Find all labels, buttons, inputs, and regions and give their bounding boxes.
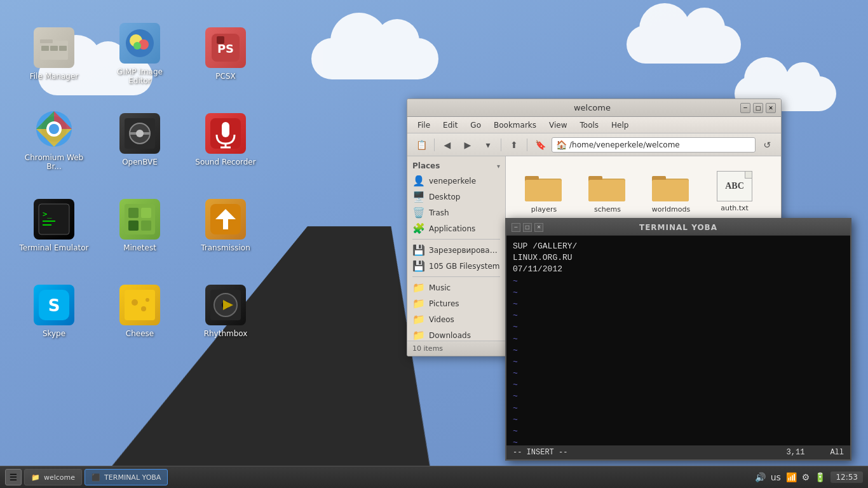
reserved-icon: 💾 (412, 244, 425, 256)
chromium-icon (34, 109, 74, 149)
terminal-close-button[interactable]: ✕ (534, 223, 543, 232)
window-controls: ─ □ ✕ (740, 103, 776, 113)
sidebar-item-veneperkele[interactable]: 👤 veneperkele (407, 173, 505, 189)
terminal-titlebar[interactable]: ─ □ ✕ TERMINAL YOBA (506, 219, 850, 236)
keyboard-layout[interactable]: us (771, 472, 781, 482)
icon-file-manager[interactable]: File Manager (13, 13, 95, 95)
menu-bookmarks[interactable]: Bookmarks (489, 119, 541, 131)
file-worldmods[interactable]: worldmods (642, 166, 700, 219)
icon-minetest[interactable]: Minetest (98, 184, 181, 267)
terminal-window: ─ □ ✕ TERMINAL YOBA SUP /GALLERY/ LINUX.… (505, 218, 851, 461)
cloud-2 (311, 38, 438, 79)
sidebar-item-pictures[interactable]: 📁 Pictures (407, 295, 505, 311)
menu-edit[interactable]: Edit (438, 119, 463, 131)
sidebar-item-filesystem[interactable]: 💾 105 GB Filesystem (407, 258, 505, 274)
sidebar-item-music[interactable]: 📁 Music (407, 280, 505, 295)
openbve-label: OpenBVE (122, 158, 158, 166)
file-auth-txt[interactable]: ABC auth.txt (706, 166, 763, 219)
back-button[interactable]: ◀ (438, 137, 456, 153)
chromium-label: Chromium Web Br... (19, 153, 89, 171)
file-schems[interactable]: schems (579, 166, 636, 219)
downloads-folder-icon: 📁 (412, 329, 425, 341)
terminal-content[interactable]: SUP /GALLERY/ LINUX.ORG.RU 07/11/2012 ~ … (506, 236, 850, 445)
icon-chromium[interactable]: Chromium Web Br... (13, 98, 95, 181)
welcome-tab-icon: 📁 (31, 473, 40, 482)
file-players[interactable]: players (515, 166, 573, 219)
terminal-maximize-button[interactable]: □ (523, 223, 532, 232)
desktop: File Manager GIMP Image Editor (0, 0, 868, 488)
bookmark-button[interactable]: 🔖 (531, 137, 549, 153)
applications-icon: 🧩 (412, 222, 425, 234)
sidebar-dropdown-arrow[interactable]: ▾ (497, 163, 500, 170)
icon-transmission[interactable]: Transmission (184, 184, 267, 267)
sound-recorder-icon (205, 113, 246, 154)
icon-skype[interactable]: S Skype (13, 270, 95, 353)
menu-help[interactable]: Help (606, 119, 634, 131)
tilde-9: ~ (513, 368, 844, 379)
desktop-icons-area: File Manager GIMP Image Editor (0, 0, 280, 451)
terminal-line-1: SUP /GALLERY/ (513, 241, 844, 252)
sidebar-item-reserved[interactable]: 💾 Зарезервирован... (407, 242, 505, 258)
welcome-tab-label: welcome (44, 473, 75, 482)
music-label: Music (429, 283, 451, 292)
tilde-3: ~ (513, 299, 844, 310)
file-manager-title: welcome (444, 103, 740, 112)
terminal-label: Terminal Emulator (19, 243, 88, 252)
maximize-button[interactable]: □ (753, 103, 763, 113)
terminal-tab-icon: ⬛ (92, 473, 100, 482)
close-button[interactable]: ✕ (766, 103, 776, 113)
taskbar-welcome-btn[interactable]: 📁 welcome (24, 469, 82, 485)
sidebar-sep-1 (412, 239, 500, 240)
skype-label: Skype (43, 329, 65, 338)
sidebar-header: Places ▾ (407, 159, 505, 173)
address-bar[interactable]: 🏠 /home/veneperkele/welcome (552, 137, 756, 152)
refresh-button[interactable]: ↺ (758, 137, 776, 153)
clock[interactable]: 12:53 (831, 471, 863, 483)
minimize-button[interactable]: ─ (740, 103, 750, 113)
file-manager-label: File Manager (30, 72, 79, 81)
applications-label: Applications (429, 224, 475, 233)
tilde-8: ~ (513, 356, 844, 368)
videos-label: Videos (429, 315, 454, 324)
taskbar-terminal-btn[interactable]: ⬛ TERMINAL YOBA (85, 469, 168, 485)
menu-file[interactable]: File (412, 119, 435, 131)
taskbar: ☰ 📁 welcome ⬛ TERMINAL YOBA 🔊 us 📶 ⚙️ 🔋 … (0, 466, 868, 488)
up-button[interactable]: ⬆ (505, 137, 523, 153)
menu-tools[interactable]: Tools (575, 119, 604, 131)
players-label: players (531, 205, 557, 214)
svg-rect-28 (43, 224, 51, 226)
sidebar-item-downloads[interactable]: 📁 Downloads (407, 327, 505, 341)
file-manager-titlebar[interactable]: welcome ─ □ ✕ (407, 99, 781, 117)
terminal-statusline: -- INSERT -- 3,11 All (506, 445, 850, 459)
sidebar-sep-2 (412, 276, 500, 277)
icon-rhythmbox[interactable]: Rhythmbox (184, 270, 267, 353)
icon-openbve[interactable]: OpenBVE (98, 98, 181, 181)
downloads-label: Downloads (429, 331, 471, 340)
sound-icon[interactable]: 🔊 (755, 472, 766, 482)
icon-gimp[interactable]: GIMP Image Editor (98, 13, 181, 95)
sidebar-item-videos[interactable]: 📁 Videos (407, 311, 505, 327)
sidebar-item-applications[interactable]: 🧩 Applications (407, 220, 505, 236)
trash-label: Trash (429, 208, 449, 217)
icon-cheese[interactable]: Cheese (98, 270, 181, 353)
terminal-minimize-button[interactable]: ─ (512, 223, 520, 232)
terminal-scroll-pos: All (830, 448, 844, 457)
svg-rect-31 (141, 208, 151, 218)
icon-pcsx[interactable]: PS PCSX (184, 13, 267, 95)
system-icon: ⚙️ (802, 472, 810, 482)
sidebar-item-trash[interactable]: 🗑️ Trash (407, 205, 505, 220)
menu-view[interactable]: View (544, 119, 572, 131)
filesystem-label: 105 GB Filesystem (429, 262, 500, 271)
tilde-2: ~ (513, 287, 844, 299)
music-folder-icon: 📁 (412, 281, 425, 294)
start-button[interactable]: ☰ (5, 469, 22, 485)
forward-button[interactable]: ▶ (459, 137, 477, 153)
icon-sound-recorder[interactable]: Sound Recorder (184, 98, 267, 181)
sidebar-item-desktop[interactable]: 🖥️ Desktop (407, 189, 505, 205)
menu-go[interactable]: Go (465, 119, 486, 131)
open-location-button[interactable]: 📋 (412, 137, 430, 153)
dropdown-button[interactable]: ▾ (479, 137, 497, 153)
svg-rect-11 (217, 36, 224, 44)
icon-terminal[interactable]: >_ Terminal Emulator (13, 184, 95, 267)
toolbar-sep-3 (527, 139, 527, 151)
